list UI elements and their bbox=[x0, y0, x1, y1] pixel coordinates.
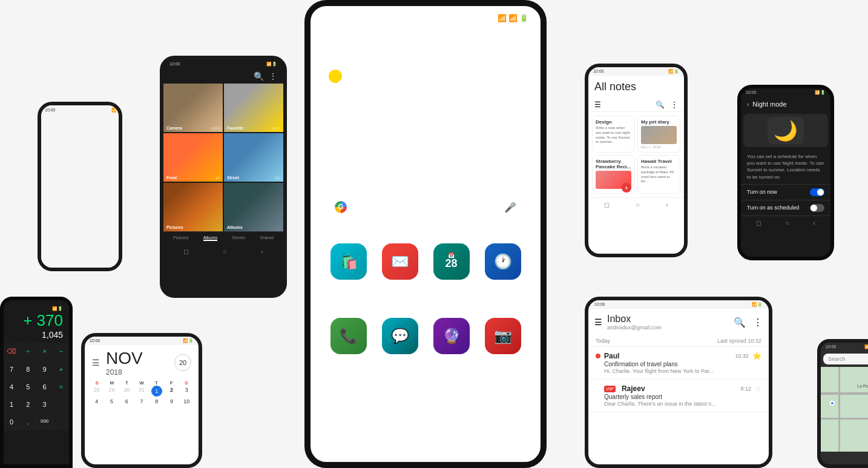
inbox-hamburger-icon[interactable]: ☰ bbox=[594, 317, 602, 327]
calc-multiply[interactable]: × bbox=[37, 343, 53, 360]
email-item-rajeev[interactable]: VIP Rajeev 8:12 ☆ Quarterly sales report… bbox=[588, 380, 769, 412]
note-design[interactable]: Design Write a note when you want to use… bbox=[592, 116, 635, 153]
calc-8[interactable]: 8 bbox=[20, 361, 36, 378]
email-item-paul[interactable]: Paul 10:32 ⭐ Confirmation of travel plan… bbox=[588, 347, 769, 380]
center-status-icons: 📶 📶 🔋 bbox=[498, 13, 528, 22]
calendar-menu-icon[interactable]: ☰ bbox=[92, 358, 100, 367]
calc-1[interactable]: 1 bbox=[4, 396, 19, 413]
calc-3[interactable]: 3 bbox=[37, 396, 53, 413]
clock-icon: 🕐 bbox=[485, 243, 521, 280]
galaxy-store-icon-item[interactable]: 🛍️ GalaxyStore bbox=[330, 243, 367, 298]
notes-phone: 10:00 📶🔋 All notes ☰ 🔍 ⋮ Design Write a … bbox=[585, 64, 688, 257]
night-status-bar: 10:00 📶🔋 bbox=[741, 88, 830, 97]
notes-search-icon[interactable]: 🔍 bbox=[656, 101, 665, 109]
chat-icon-item[interactable]: 💬 bbox=[382, 318, 418, 354]
gallery-pictures-cell[interactable]: Pictures bbox=[163, 183, 223, 231]
inbox-more-icon[interactable]: ⋮ bbox=[753, 317, 763, 328]
google-search-bar[interactable]: G 🎤 bbox=[323, 194, 528, 220]
calc-divide[interactable]: ÷ bbox=[20, 343, 36, 360]
calc-0[interactable]: 0 bbox=[4, 414, 19, 430]
gallery-camera-cell[interactable]: Camera 6114 bbox=[163, 84, 223, 132]
gallery-nav-recent[interactable]: ‹ bbox=[261, 248, 263, 255]
gallery-food-cell[interactable]: Food 82 bbox=[163, 133, 223, 182]
gallery-more-icon[interactable]: ⋮ bbox=[269, 71, 277, 81]
gallery-albums-cell[interactable]: Albums bbox=[224, 183, 283, 231]
notes-nav-back[interactable]: ◻ bbox=[604, 201, 610, 209]
day-tue: T bbox=[119, 380, 134, 386]
inbox-account-email: androidux@gmail.com bbox=[607, 325, 729, 331]
note-pancake[interactable]: Strawberry Pancake Reci... + bbox=[592, 155, 635, 194]
calc-backspace[interactable]: ⌫ bbox=[4, 343, 19, 360]
night-nav-home[interactable]: ○ bbox=[785, 219, 789, 227]
calendar-status-icons: 📶🔋 bbox=[183, 338, 194, 343]
day-sat: S bbox=[179, 380, 194, 386]
notes-nav-home[interactable]: ○ bbox=[636, 201, 640, 209]
calc-dot[interactable]: . bbox=[20, 414, 36, 430]
gallery-albums-label: Albums bbox=[227, 225, 243, 229]
clock-icon-item[interactable]: 🕐 Clock bbox=[485, 243, 521, 298]
note-hawaii[interactable]: Hawaii Travel Book a vacation package to… bbox=[637, 155, 680, 194]
night-nav-recent[interactable]: ‹ bbox=[814, 219, 816, 227]
email-paul-star[interactable]: ⭐ bbox=[752, 352, 761, 360]
phone-icon-item[interactable]: 📞 bbox=[330, 318, 367, 354]
cal-day-5[interactable]: 5 bbox=[105, 397, 119, 406]
phone-app-icon: 📞 bbox=[330, 318, 367, 354]
map-search-bar[interactable]: Search bbox=[823, 354, 868, 364]
cal-day-4[interactable]: 4 bbox=[90, 397, 104, 406]
night-nav-back[interactable]: ◻ bbox=[756, 219, 761, 227]
email-icon-item[interactable]: ✉️ Email bbox=[382, 243, 418, 298]
gallery-search-icon[interactable]: 🔍 bbox=[254, 71, 264, 81]
bixby-icon-item[interactable]: 🔮 bbox=[433, 318, 470, 354]
google-logo: G bbox=[335, 201, 347, 213]
inbox-header: ☰ Inbox androidux@gmail.com 🔍 ⋮ bbox=[588, 309, 769, 335]
calc-5[interactable]: 5 bbox=[20, 378, 36, 395]
calc-add[interactable]: + bbox=[53, 361, 69, 378]
cal-day-1[interactable]: 1 bbox=[151, 386, 162, 397]
chat-icon: 💬 bbox=[382, 318, 418, 354]
calendar-icon-item[interactable]: 📅 28 Calendar bbox=[433, 243, 470, 298]
calendar-status-bar: 10:00 📶🔋 bbox=[85, 337, 199, 345]
note-design-title: Design bbox=[596, 119, 631, 125]
calc-6[interactable]: 6 bbox=[37, 378, 53, 395]
night-toggle-1-switch[interactable] bbox=[810, 188, 824, 196]
note-pet-diary[interactable]: My pet diary Nov 7, 2018 bbox=[637, 116, 680, 153]
email-rajeev-star[interactable]: ☆ bbox=[755, 384, 761, 393]
gallery-tab-pictures[interactable]: Pictures bbox=[173, 236, 188, 241]
notes-nav-recent[interactable]: ‹ bbox=[666, 201, 668, 209]
note-pancake-add[interactable]: + bbox=[622, 183, 631, 193]
calc-subtract[interactable]: − bbox=[53, 343, 69, 360]
cal-day-10[interactable]: 10 bbox=[179, 397, 194, 406]
calc-equals[interactable]: = bbox=[53, 378, 69, 395]
gallery-nav-back[interactable]: ◻ bbox=[183, 248, 189, 255]
gallery-tab-stories[interactable]: Stories bbox=[232, 236, 245, 241]
calendar-today-badge[interactable]: 20 bbox=[174, 354, 191, 371]
gallery-nav-home[interactable]: ○ bbox=[223, 248, 227, 255]
inbox-search-icon[interactable]: 🔍 bbox=[734, 317, 746, 328]
gallery-tab-shared[interactable]: Shared bbox=[260, 236, 274, 241]
calc-signal: 📶🔋 bbox=[10, 306, 63, 311]
cal-day-7[interactable]: 7 bbox=[134, 397, 149, 406]
night-back-icon[interactable]: ‹ bbox=[747, 101, 749, 108]
cal-day-9[interactable]: 9 bbox=[165, 397, 179, 406]
cal-day-6[interactable]: 6 bbox=[119, 397, 134, 406]
camera-icon-item[interactable]: 📷 bbox=[485, 318, 521, 354]
moon-display: 🌙 bbox=[768, 117, 804, 144]
map-location-dot bbox=[830, 401, 835, 406]
mic-icon[interactable]: 🎤 bbox=[504, 202, 516, 213]
calc-4[interactable]: 4 bbox=[4, 378, 19, 395]
cal-day-8[interactable]: 8 bbox=[150, 397, 164, 406]
gallery-tab-albums[interactable]: Albums bbox=[203, 236, 217, 241]
calc-7[interactable]: 7 bbox=[4, 361, 19, 378]
calc-9[interactable]: 9 bbox=[37, 361, 53, 378]
notes-row-1: Design Write a note when you want to use… bbox=[592, 116, 680, 153]
day-wed: W bbox=[134, 380, 150, 386]
notes-menu-icon[interactable]: ☰ bbox=[594, 101, 601, 109]
notes-more-icon[interactable]: ⋮ bbox=[671, 101, 678, 109]
night-toggle-2-switch[interactable] bbox=[810, 204, 824, 212]
cal-day-3[interactable]: 3 bbox=[179, 386, 194, 397]
gallery-favorite-cell[interactable]: Favorite 1047 bbox=[224, 84, 283, 132]
gallery-street-cell[interactable]: Street 124 bbox=[224, 133, 283, 182]
calc-000[interactable]: 000 bbox=[37, 414, 53, 430]
cal-day-2[interactable]: 2 bbox=[165, 386, 179, 397]
calc-2[interactable]: 2 bbox=[20, 396, 36, 413]
